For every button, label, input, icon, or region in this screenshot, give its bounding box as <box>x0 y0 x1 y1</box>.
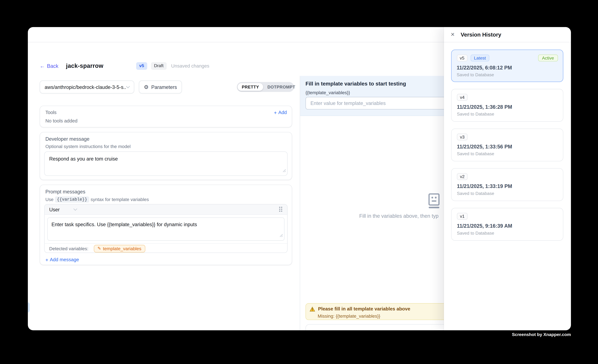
message-block: User Enter task specifics. Use {{templat… <box>44 204 288 253</box>
message-role-select[interactable]: User <box>45 204 287 215</box>
version-date: 11/22/2025, 6:08:12 PM <box>457 65 558 70</box>
pencil-icon: ✎ <box>98 246 101 251</box>
toolbar: aws/anthropic/bedrock-claude-3-5-s... ⚙ … <box>40 81 300 93</box>
plus-icon: + <box>45 257 48 262</box>
draft-badge: Draft <box>151 62 167 70</box>
version-number-badge: v3 <box>457 133 468 141</box>
version-card-v5[interactable]: v5LatestActive11/22/2025, 6:08:12 PMSave… <box>451 50 563 82</box>
prompt-message-value: Enter task specifics. Use {{template_var… <box>51 222 197 227</box>
version-number-badge: v2 <box>457 173 468 180</box>
model-select-value: aws/anthropic/bedrock-claude-3-5-s... <box>45 84 126 90</box>
developer-message-title: Developer message <box>45 136 89 142</box>
version-status: Saved to Database <box>457 72 558 77</box>
model-select[interactable]: aws/anthropic/bedrock-claude-3-5-s... <box>40 81 134 93</box>
back-label: Back <box>47 63 58 69</box>
detected-variables-label: Detected variables: <box>49 246 88 251</box>
variable-field-label: {{template_variables}} <box>306 90 350 95</box>
developer-message-subtitle: Optional system instructions for the mod… <box>45 144 131 149</box>
version-number-badge: v4 <box>457 94 468 101</box>
toggle-dotprompt[interactable]: DOTPROMPT <box>263 83 299 91</box>
version-card-v1[interactable]: v111/21/2025, 9:16:39 AMSaved to Databas… <box>451 208 563 240</box>
version-badge: v5 <box>136 62 147 70</box>
add-tool-button[interactable]: + Add <box>274 110 287 115</box>
resize-handle-icon[interactable] <box>280 232 283 239</box>
version-date: 11/21/2025, 1:33:19 PM <box>457 183 558 189</box>
warning-icon <box>310 306 315 311</box>
developer-message-textarea[interactable]: Respond as you are tom cruise <box>44 151 288 176</box>
active-badge: Active <box>538 54 558 61</box>
prompt-message-textarea[interactable]: Enter task specifics. Use {{template_var… <box>47 217 284 240</box>
format-toggle: PRETTY DOTPROMPT <box>237 82 294 92</box>
gear-icon: ⚙ <box>144 84 149 90</box>
version-status: Saved to Database <box>457 231 558 235</box>
detected-variables-row: Detected variables: ✎ template_variables <box>45 243 287 253</box>
version-card-v2[interactable]: v211/21/2025, 1:33:19 PMSaved to Databas… <box>451 168 563 201</box>
unsaved-changes-label: Unsaved changes <box>171 63 209 69</box>
developer-message-value: Respond as you are tom cruise <box>49 156 118 162</box>
breadcrumb-row: ← Back jack-sparrow v5 Draft Unsaved cha… <box>40 61 209 71</box>
edge-peek-element <box>28 302 30 312</box>
warning-missing-text: Missing: {{template_variables}} <box>318 314 380 319</box>
screenshot-canvas: ← Back jack-sparrow v5 Draft Unsaved cha… <box>0 0 598 364</box>
close-icon[interactable]: × <box>451 31 455 38</box>
message-role-value: User <box>49 207 60 212</box>
variable-syntax-chip: {{variable}} <box>55 196 89 203</box>
version-history-panel: × Version History v5LatestActive11/22/20… <box>444 27 571 330</box>
warning-title: Please fill in all template variables ab… <box>318 306 410 312</box>
version-history-header: × Version History <box>444 27 571 42</box>
parameters-button[interactable]: ⚙ Parameters <box>139 81 182 93</box>
version-history-title: Version History <box>461 32 501 38</box>
latest-badge: Latest <box>471 54 489 61</box>
developer-message-card: Developer message Optional system instru… <box>40 132 292 180</box>
version-date: 11/21/2025, 1:33:56 PM <box>457 144 558 149</box>
add-message-label: Add message <box>50 257 79 262</box>
version-date: 11/21/2025, 9:16:39 AM <box>457 223 558 229</box>
prompt-messages-card: Prompt messages Use {{variable}} syntax … <box>40 185 292 265</box>
tools-card: Tools + Add No tools added <box>40 106 292 127</box>
tools-title: Tools <box>45 110 57 115</box>
back-button[interactable]: ← Back <box>40 63 58 69</box>
subtitle-suffix: syntax for template variables <box>91 197 149 202</box>
tools-header: Tools + Add <box>45 110 287 115</box>
version-card-v3[interactable]: v311/21/2025, 1:33:56 PMSaved to Databas… <box>451 129 563 161</box>
version-status: Saved to Database <box>457 151 558 156</box>
app-window: ← Back jack-sparrow v5 Draft Unsaved cha… <box>28 27 571 330</box>
empty-state-text: Fill in the variables above, then typ <box>359 213 439 219</box>
subtitle-prefix: Use <box>45 197 54 202</box>
toggle-pretty[interactable]: PRETTY <box>238 83 263 91</box>
version-list: v5LatestActive11/22/2025, 6:08:12 PMSave… <box>444 42 571 240</box>
tools-empty-text: No tools added <box>45 118 77 124</box>
variables-banner-title: Fill in template variables to start test… <box>306 81 406 87</box>
chevron-down-icon <box>126 86 130 88</box>
warning-header: Please fill in all template variables ab… <box>310 306 410 312</box>
version-number-badge: v1 <box>457 213 468 220</box>
drag-handle-icon[interactable] <box>279 207 282 212</box>
detected-variable-name: template_variables <box>103 246 141 251</box>
resize-handle-icon[interactable] <box>282 168 286 174</box>
page-title: jack-sparrow <box>66 63 103 69</box>
back-arrow-icon: ← <box>40 63 45 69</box>
prompt-messages-title: Prompt messages <box>45 189 85 195</box>
chevron-down-icon <box>73 208 78 211</box>
version-date: 11/21/2025, 1:36:28 PM <box>457 104 558 110</box>
watermark: Screenshot by Xnapper.com <box>512 332 571 337</box>
plus-icon: + <box>274 110 277 115</box>
detected-variable-chip[interactable]: ✎ template_variables <box>94 245 145 252</box>
version-number-badge: v5 <box>457 54 467 61</box>
version-card-v4[interactable]: v411/21/2025, 1:36:28 PMSaved to Databas… <box>451 89 563 122</box>
bot-face-icon <box>428 193 440 210</box>
add-message-button[interactable]: + Add message <box>45 257 79 262</box>
parameters-label: Parameters <box>151 84 177 90</box>
version-status: Saved to Database <box>457 112 558 116</box>
prompt-messages-subtitle: Use {{variable}} syntax for template var… <box>45 196 149 203</box>
version-status: Saved to Database <box>457 191 558 196</box>
add-tool-label: Add <box>278 110 287 115</box>
